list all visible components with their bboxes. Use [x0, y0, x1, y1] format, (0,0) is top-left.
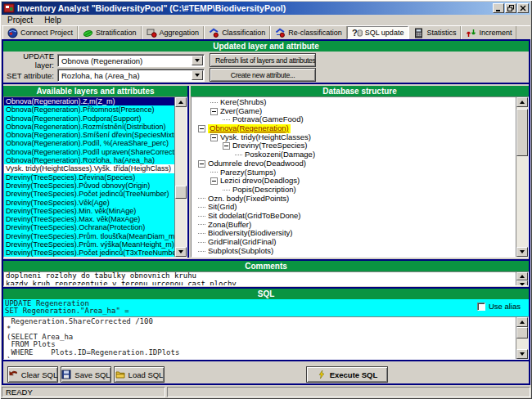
tree-node[interactable]: Biodiversity(Biodiversity) — [192, 229, 516, 238]
tree-node[interactable]: Subplots(Subplots) — [192, 247, 516, 256]
tree-node[interactable]: Kere(Shrubs) — [192, 98, 516, 107]
list-item[interactable]: Obnova(Regeneration).Rozloha, ha(Area_ha… — [4, 156, 174, 164]
scroll-up-button[interactable] — [516, 317, 528, 327]
list-item[interactable]: Dreviny(TreeSpecies).Prům. výška(MeanHei… — [4, 240, 174, 249]
list-item[interactable]: Obnova(Regeneration).Podpora(Support) — [4, 114, 174, 123]
restore-button[interactable] — [505, 3, 516, 13]
reclassification-icon — [275, 28, 286, 38]
tree-branch-line — [198, 233, 205, 234]
tree-node[interactable]: Poskozeni(Damage) — [192, 150, 516, 159]
arrow-up-icon — [520, 101, 525, 104]
create-attribute-button[interactable]: Create new attribute... — [210, 68, 316, 82]
tree-node[interactable]: Zona(Buffer) — [192, 221, 516, 230]
classification-icon — [209, 28, 219, 38]
toolbar-button-stratification[interactable]: Stratification — [78, 26, 142, 39]
list-item[interactable]: Obnova(Regeneration).Přítomnost(Presence… — [4, 105, 174, 114]
list-item[interactable]: Obnova(Regeneration).Smíšení dřevin(Spec… — [4, 131, 174, 139]
collapse-expander-icon[interactable] — [210, 108, 218, 115]
list-item[interactable]: Dreviny(TreeSpecies).Věk(Age) — [4, 199, 174, 207]
tree-node[interactable]: Obnova(Regeneration) — [192, 124, 516, 133]
save-sql-button[interactable]: Save SQL — [61, 366, 111, 383]
scroll-down-button[interactable] — [516, 247, 528, 257]
scrollbar-track[interactable] — [516, 327, 528, 349]
tree-node[interactable]: Potrava(GameFood) — [192, 115, 516, 124]
list-item[interactable]: Obnova(Regeneration).Podíl, %(AreaShare_… — [4, 139, 174, 147]
load-sql-button[interactable]: Load SQL — [114, 366, 165, 383]
tree-node[interactable]: Ozn. body(FixedPoints) — [192, 195, 516, 204]
list-item[interactable]: Dreviny(TreeSpecies).Původ obnovy(Origin… — [4, 182, 174, 190]
toolbar-button-sql-update[interactable]: ?SQL update — [347, 26, 409, 39]
comments-vertical-scrollbar[interactable] — [516, 272, 528, 285]
comment-line: kazdy kruh reprezentuje v terenu urcenou… — [4, 280, 528, 287]
list-item[interactable]: Vysk. tridy(HeightClasses).Vyšk. třída(H… — [4, 164, 174, 173]
list-item[interactable]: Obnova(Regeneration).Rozmístnění(Distrib… — [4, 123, 174, 131]
tree-node[interactable]: Sit(Grid) — [192, 203, 516, 212]
collapse-expander-icon[interactable] — [198, 125, 205, 132]
close-button[interactable] — [517, 3, 529, 13]
available-layers-panel: Available layers and attributes Obnova(R… — [3, 86, 189, 258]
use-alias-option: Use alias — [477, 302, 521, 311]
tree-node[interactable]: Sit dodelat(GridToBeDone) — [192, 212, 516, 221]
comments-textarea[interactable]: doplneni rozlohy do tabulky obnovnich kr… — [3, 271, 529, 286]
toolbar-button-re-classification[interactable]: Re-classification — [270, 26, 347, 39]
list-item[interactable]: Dreviny(TreeSpecies).Počet jedinců(T3xTr… — [4, 249, 174, 257]
toolbar-button-classification[interactable]: Classification — [204, 26, 270, 39]
use-alias-checkbox[interactable] — [477, 303, 485, 311]
collapse-expander-icon[interactable] — [223, 142, 230, 150]
list-item[interactable]: Dreviny(TreeSpecies).Max. věk(MaxAge) — [4, 215, 174, 223]
list-item[interactable]: Obnova(Regeneration).Podíl upraven(Share… — [4, 148, 174, 156]
collapse-expander-icon[interactable] — [210, 177, 218, 185]
save-sql-icon — [61, 370, 71, 379]
minimize-button[interactable] — [493, 3, 504, 13]
toolbar-button-statistics[interactable]: Statistics — [408, 26, 461, 39]
sql-update-icon: ? — [352, 28, 363, 38]
menu-item-help[interactable]: Help — [38, 16, 67, 25]
tree-node[interactable]: Dreviny(TreeSpecies) — [192, 141, 516, 150]
layers-vertical-scrollbar[interactable] — [174, 97, 187, 257]
scrollbar-thumb[interactable] — [175, 186, 187, 199]
toolbar-button-increment[interactable]: Increment — [461, 26, 516, 39]
tree-node[interactable]: Odumrele drevo(Deadwood) — [192, 159, 516, 168]
tree-node[interactable]: Zver(Game) — [192, 107, 516, 116]
menu-item-project[interactable]: Project — [2, 16, 38, 25]
scrollbar-track[interactable] — [516, 107, 528, 247]
execute-sql-button[interactable]: Execute SQL — [306, 366, 388, 383]
status-message: READY — [2, 387, 165, 397]
toolbar-button-aggregation[interactable]: Aggregation — [142, 26, 205, 39]
sql-body-line: (SELECT Area_ha — [7, 334, 516, 341]
scroll-up-button[interactable] — [516, 97, 528, 107]
list-item[interactable]: Dreviny(TreeSpecies).Prům. tloušťka(Mean… — [4, 232, 174, 240]
scroll-up-button[interactable] — [175, 97, 187, 107]
sql-vertical-scrollbar[interactable] — [516, 317, 528, 359]
scrollbar-thumb[interactable] — [516, 327, 528, 338]
list-item[interactable]: Dreviny(TreeSpecies).Min. věk(MinAge) — [4, 207, 174, 215]
list-item[interactable]: Dreviny(TreeSpecies).Počet jedinců(TreeN… — [4, 190, 174, 198]
scrollbar-track[interactable] — [175, 107, 187, 247]
toolbar-button-connect-project[interactable]: Connect Project — [2, 26, 78, 39]
update-layer-combobox[interactable]: Obnova (Regeneration) — [57, 54, 205, 67]
tree-node[interactable]: Popis(Description) — [192, 186, 516, 195]
scroll-down-button[interactable] — [175, 247, 187, 257]
list-item[interactable]: Dreviny(TreeSpecies).Dřevina(Species) — [4, 173, 174, 182]
list-item[interactable]: Dreviny(TreeSpecies).Ochrana(Protection) — [4, 223, 174, 231]
scroll-down-button[interactable] — [516, 349, 528, 359]
update-layer-dropdown-button[interactable] — [192, 56, 203, 65]
refresh-layers-button[interactable]: Refresh list of layers and attributes — [210, 53, 316, 67]
list-item[interactable]: Obnova(Regeneration).Z,m(Z_m) — [4, 97, 174, 105]
collapse-expander-icon[interactable] — [198, 160, 205, 168]
clear-sql-button[interactable]: Clear SQL — [7, 366, 58, 383]
set-attribute-dropdown-button[interactable] — [192, 70, 203, 80]
scroll-up-button[interactable] — [516, 272, 528, 280]
tree-node[interactable]: Vysk. tridy(HeightClasses) — [192, 133, 516, 142]
collapse-expander-icon[interactable] — [210, 134, 218, 141]
tree-node[interactable]: GridFinal(GridFinal) — [192, 238, 516, 247]
sql-editor[interactable]: Regeneration.ShareCorrected /100*(SELECT… — [3, 316, 529, 360]
comments-title: Comments — [3, 261, 529, 271]
tree-node[interactable]: Parezy(Stumps) — [192, 168, 516, 177]
arrow-up-icon — [520, 275, 525, 278]
scroll-down-button[interactable] — [516, 280, 528, 286]
tree-vertical-scrollbar[interactable] — [516, 97, 528, 257]
tree-node[interactable]: Lezici drevo(Deadlogs) — [192, 177, 516, 186]
scrollbar-thumb[interactable] — [516, 109, 528, 156]
set-attribute-combobox[interactable]: Rozloha, ha (Area_ha) — [57, 69, 205, 82]
